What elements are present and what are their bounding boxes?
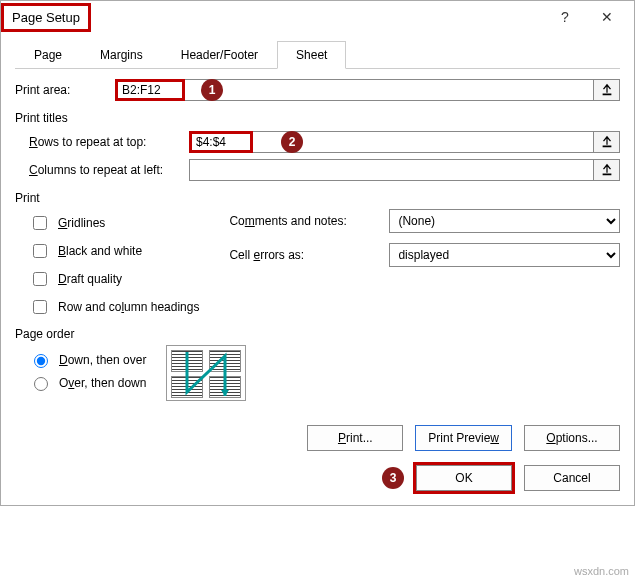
page-order-label: Page order [15, 327, 620, 341]
callout-2: 2 [281, 131, 303, 153]
draft-label: Draft quality [58, 272, 122, 286]
print-titles-label: Print titles [15, 111, 620, 125]
bw-check-row[interactable]: Black and white [29, 241, 199, 261]
cols-repeat-input[interactable] [189, 159, 594, 181]
ok-button[interactable]: OK [416, 465, 512, 491]
callout-1: 1 [201, 79, 223, 101]
bw-checkbox[interactable] [33, 244, 47, 258]
over-down-radio[interactable] [34, 377, 48, 391]
errors-select[interactable]: displayed [389, 243, 620, 267]
errors-label: Cell errors as: [229, 248, 379, 262]
svg-rect-0 [602, 94, 611, 96]
page-order-preview-icon [166, 345, 246, 401]
down-over-radio[interactable] [34, 354, 48, 368]
footer-row: 3 OK Cancel [15, 465, 620, 491]
print-area-input[interactable] [115, 79, 185, 101]
print-area-range-picker[interactable] [594, 79, 620, 101]
rows-repeat-row: Rows to repeat at top: 2 [29, 131, 620, 153]
draft-checkbox[interactable] [33, 272, 47, 286]
page-order-section: Down, then over Over, then down [15, 345, 620, 401]
print-button[interactable]: Print... [307, 425, 403, 451]
print-section-label: Print [15, 191, 620, 205]
page-setup-dialog: Page Setup ? ✕ Page Margins Header/Foote… [0, 0, 635, 506]
gridlines-label: Gridlines [58, 216, 105, 230]
rows-repeat-input[interactable] [189, 131, 253, 153]
bw-label: Black and white [58, 244, 142, 258]
print-section: Gridlines Black and white Draft quality … [15, 209, 620, 317]
rows-repeat-label: Rows to repeat at top: [29, 135, 189, 149]
collapse-dialog-icon [600, 163, 614, 177]
print-area-label: Print area: [15, 83, 115, 97]
preview-button[interactable]: Print Preview [415, 425, 512, 451]
tab-headerfooter[interactable]: Header/Footer [162, 41, 277, 68]
titlebar: Page Setup ? ✕ [1, 1, 634, 33]
down-over-row[interactable]: Down, then over [29, 351, 146, 368]
over-down-row[interactable]: Over, then down [29, 374, 146, 391]
options-button[interactable]: Options... [524, 425, 620, 451]
help-button[interactable]: ? [544, 3, 586, 31]
print-area-input-ext[interactable] [185, 79, 594, 101]
over-down-label: Over, then down [59, 376, 146, 390]
collapse-dialog-icon [600, 135, 614, 149]
tabstrip: Page Margins Header/Footer Sheet [15, 41, 620, 69]
dialog-title: Page Setup [1, 3, 91, 32]
comments-select[interactable]: (None) [389, 209, 620, 233]
rows-repeat-range-picker[interactable] [594, 131, 620, 153]
action-row-1: Print... Print Preview Options... [15, 425, 620, 451]
cols-repeat-label: Columns to repeat at left: [29, 163, 189, 177]
rowcol-checkbox[interactable] [33, 300, 47, 314]
print-area-row: Print area: 1 [15, 79, 620, 101]
collapse-dialog-icon [600, 83, 614, 97]
draft-check-row[interactable]: Draft quality [29, 269, 199, 289]
callout-3: 3 [382, 467, 404, 489]
comments-label: Comments and notes: [229, 214, 379, 228]
rowcol-check-row[interactable]: Row and column headings [29, 297, 199, 317]
tab-page[interactable]: Page [15, 41, 81, 68]
down-over-label: Down, then over [59, 353, 146, 367]
gridlines-checkbox[interactable] [33, 216, 47, 230]
cancel-button[interactable]: Cancel [524, 465, 620, 491]
cols-repeat-row: Columns to repeat at left: [29, 159, 620, 181]
gridlines-check-row[interactable]: Gridlines [29, 213, 199, 233]
rows-repeat-input-ext[interactable] [253, 131, 594, 153]
watermark: wsxdn.com [574, 565, 629, 577]
dialog-body: Page Margins Header/Footer Sheet Print a… [1, 33, 634, 505]
cols-repeat-range-picker[interactable] [594, 159, 620, 181]
tab-sheet[interactable]: Sheet [277, 41, 346, 69]
close-button[interactable]: ✕ [586, 3, 628, 31]
tab-margins[interactable]: Margins [81, 41, 162, 68]
svg-rect-2 [602, 174, 611, 176]
svg-rect-1 [602, 146, 611, 148]
rowcol-label: Row and column headings [58, 300, 199, 314]
